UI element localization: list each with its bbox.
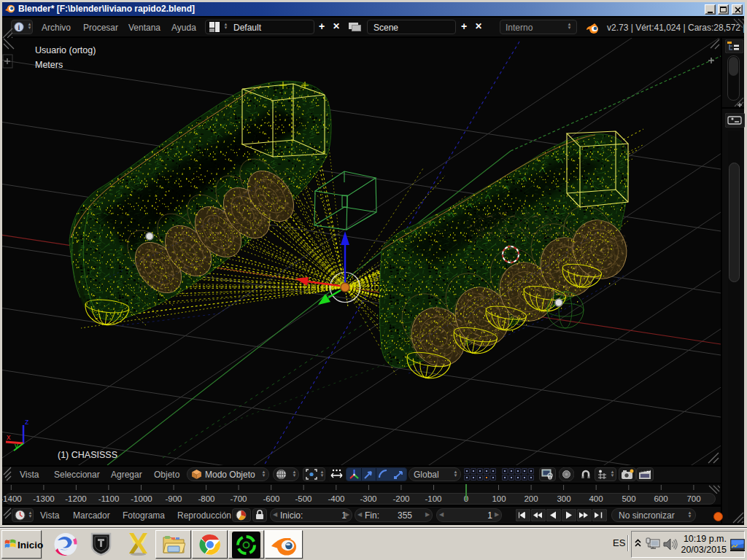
svg-text:z: z [25,417,29,426]
svg-text:100: 100 [492,494,506,503]
svg-text:(1) CHASISSS: (1) CHASISSS [58,450,117,460]
svg-text:-1000: -1000 [131,494,152,503]
svg-text:Meters: Meters [35,60,63,70]
svg-text:-700: -700 [230,494,247,503]
svg-text:300: 300 [557,494,570,503]
svg-text:y: y [15,442,18,450]
svg-text:-1300: -1300 [33,494,54,503]
svg-text:x: x [7,432,11,441]
svg-text:400: 400 [589,494,603,503]
svg-text:-100: -100 [425,494,441,503]
svg-text:500: 500 [622,494,635,503]
svg-text:-900: -900 [165,494,182,503]
svg-text:-500: -500 [295,494,311,503]
svg-text:-1200: -1200 [65,494,86,503]
svg-text:Usuario (ortog): Usuario (ortog) [35,45,96,55]
svg-text:-300: -300 [360,494,376,503]
svg-text:-400: -400 [328,494,344,503]
svg-text:-600: -600 [263,494,279,503]
svg-text:-1100: -1100 [98,494,120,503]
svg-text:600: 600 [654,494,667,503]
svg-text:-1400: -1400 [2,494,22,503]
svg-text:-200: -200 [392,494,409,503]
svg-text:i: i [18,23,20,31]
svg-text:-800: -800 [198,494,214,503]
svg-text:200: 200 [524,494,538,503]
svg-text:700: 700 [686,494,700,503]
